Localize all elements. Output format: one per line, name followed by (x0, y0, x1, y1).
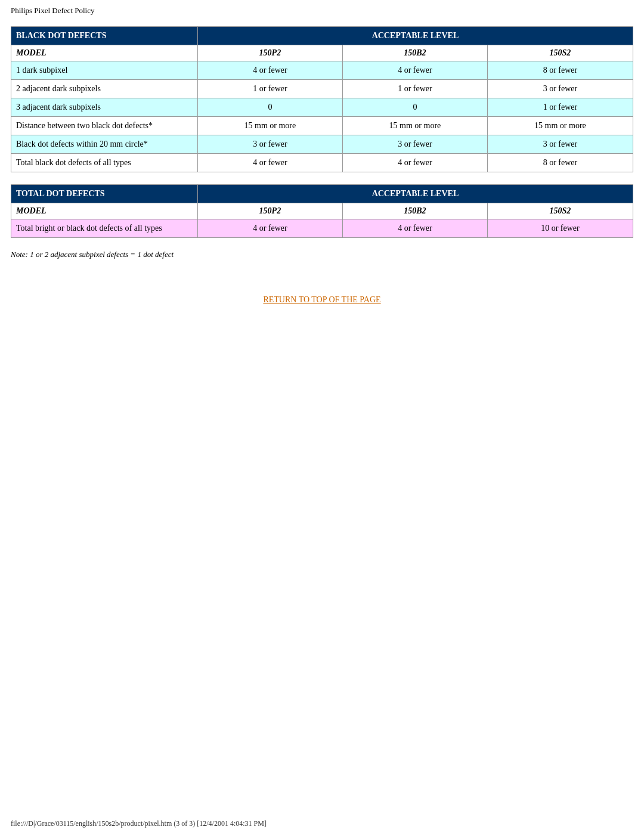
total-dot-header-right: ACCEPTABLE LEVEL (197, 185, 633, 203)
total-dot-defects-table: TOTAL DOT DEFECTS ACCEPTABLE LEVEL MODEL… (11, 184, 633, 238)
row-desc: 2 adjacent dark subpixels (11, 80, 198, 98)
page-header: Philips Pixel Defect Policy (11, 6, 633, 16)
row-col2: 4 or fewer (342, 219, 487, 238)
row-col1: 4 or fewer (197, 154, 342, 172)
row-desc: Total black dot defects of all types (11, 154, 198, 172)
row-col2: 4 or fewer (342, 61, 487, 80)
row-col1: 4 or fewer (197, 61, 342, 80)
page-title: Philips Pixel Defect Policy (11, 6, 94, 15)
page-footer: file:///D|/Grace/03115/english/150s2b/pr… (11, 819, 267, 828)
black-dot-header-row: BLACK DOT DEFECTS ACCEPTABLE LEVEL (11, 27, 633, 45)
row-col3: 8 or fewer (487, 61, 633, 80)
total-dot-model-col2: 150B2 (342, 203, 487, 219)
total-dot-model-col1: 150P2 (197, 203, 342, 219)
total-dot-model-label: MODEL (11, 203, 198, 219)
row-col3: 10 or fewer (487, 219, 633, 238)
table-row: Total black dot defects of all types4 or… (11, 154, 633, 172)
black-dot-header-right: ACCEPTABLE LEVEL (197, 27, 633, 45)
row-desc: Total bright or black dot defects of all… (11, 219, 198, 238)
return-to-top-link[interactable]: RETURN TO TOP OF THE PAGE (263, 295, 380, 304)
row-desc: Distance between two black dot defects* (11, 117, 198, 135)
table-row: Distance between two black dot defects*1… (11, 117, 633, 135)
black-dot-model-row: MODEL 150P2 150B2 150S2 (11, 45, 633, 61)
return-link-container: RETURN TO TOP OF THE PAGE (11, 295, 633, 305)
row-desc: Black dot defects within 20 mm circle* (11, 135, 198, 154)
row-desc: 1 dark subpixel (11, 61, 198, 80)
table-row: 1 dark subpixel4 or fewer4 or fewer8 or … (11, 61, 633, 80)
black-dot-header-left: BLACK DOT DEFECTS (11, 27, 198, 45)
table-row: Total bright or black dot defects of all… (11, 219, 633, 238)
row-desc: 3 adjacent dark subpixels (11, 98, 198, 117)
row-col1: 3 or fewer (197, 135, 342, 154)
black-dot-model-col3: 150S2 (487, 45, 633, 61)
row-col3: 8 or fewer (487, 154, 633, 172)
total-dot-model-row: MODEL 150P2 150B2 150S2 (11, 203, 633, 219)
table-row: 2 adjacent dark subpixels1 or fewer1 or … (11, 80, 633, 98)
row-col3: 3 or fewer (487, 135, 633, 154)
black-dot-model-col1: 150P2 (197, 45, 342, 61)
row-col1: 4 or fewer (197, 219, 342, 238)
row-col3: 15 mm or more (487, 117, 633, 135)
row-col1: 1 or fewer (197, 80, 342, 98)
table-row: 3 adjacent dark subpixels001 or fewer (11, 98, 633, 117)
black-dot-defects-table: BLACK DOT DEFECTS ACCEPTABLE LEVEL MODEL… (11, 26, 633, 172)
table-row: Black dot defects within 20 mm circle*3 … (11, 135, 633, 154)
note: Note: 1 or 2 adjacent subpixel defects =… (11, 250, 633, 259)
row-col2: 0 (342, 98, 487, 117)
row-col1: 0 (197, 98, 342, 117)
row-col2: 1 or fewer (342, 80, 487, 98)
total-dot-header-left: TOTAL DOT DEFECTS (11, 185, 198, 203)
black-dot-model-col2: 150B2 (342, 45, 487, 61)
black-dot-model-label: MODEL (11, 45, 198, 61)
row-col3: 3 or fewer (487, 80, 633, 98)
total-dot-header-row: TOTAL DOT DEFECTS ACCEPTABLE LEVEL (11, 185, 633, 203)
row-col2: 15 mm or more (342, 117, 487, 135)
row-col3: 1 or fewer (487, 98, 633, 117)
total-dot-model-col3: 150S2 (487, 203, 633, 219)
row-col2: 3 or fewer (342, 135, 487, 154)
row-col1: 15 mm or more (197, 117, 342, 135)
row-col2: 4 or fewer (342, 154, 487, 172)
